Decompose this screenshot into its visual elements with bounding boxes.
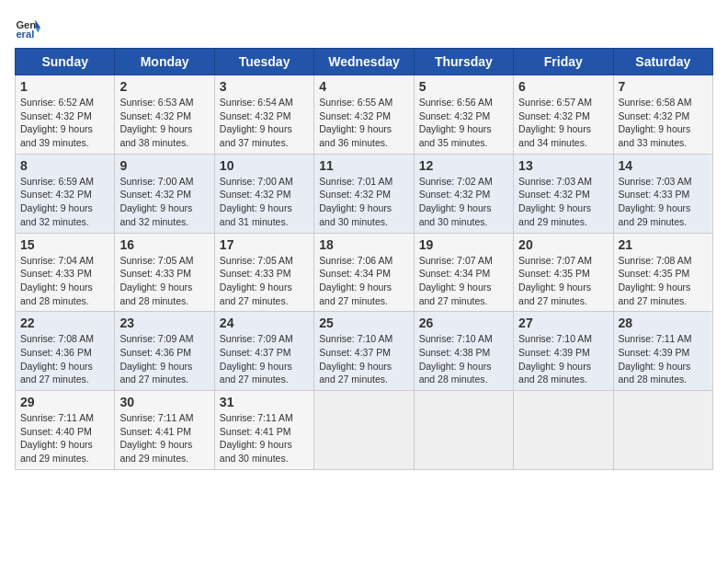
day-info: Sunrise: 7:11 AMSunset: 4:41 PMDaylight:… xyxy=(220,411,309,465)
day-number: 23 xyxy=(119,316,209,330)
calendar-cell: 13Sunrise: 7:03 AMSunset: 4:32 PMDayligh… xyxy=(514,154,613,233)
calendar-cell: 5Sunrise: 6:56 AMSunset: 4:32 PMDaylight… xyxy=(414,75,513,155)
day-info: Sunrise: 7:09 AMSunset: 4:37 PMDaylight:… xyxy=(220,332,309,386)
day-info: Sunrise: 6:56 AMSunset: 4:32 PMDaylight:… xyxy=(419,96,508,150)
calendar-cell: 6Sunrise: 6:57 AMSunset: 4:32 PMDaylight… xyxy=(514,75,613,155)
day-info: Sunrise: 7:02 AMSunset: 4:32 PMDaylight:… xyxy=(419,175,508,229)
day-number: 9 xyxy=(119,158,209,173)
day-info: Sunrise: 7:10 AMSunset: 4:37 PMDaylight:… xyxy=(319,332,408,386)
calendar-header-row: SundayMondayTuesdayWednesdayThursdayFrid… xyxy=(16,49,713,75)
calendar-cell: 21Sunrise: 7:08 AMSunset: 4:35 PMDayligh… xyxy=(613,233,712,312)
calendar-cell: 20Sunrise: 7:07 AMSunset: 4:35 PMDayligh… xyxy=(514,233,613,312)
calendar-cell: 3Sunrise: 6:54 AMSunset: 4:32 PMDaylight… xyxy=(214,75,313,155)
day-number: 5 xyxy=(419,79,508,94)
day-number: 19 xyxy=(419,237,508,252)
calendar-week-row: 29Sunrise: 7:11 AMSunset: 4:40 PMDayligh… xyxy=(16,391,713,470)
day-info: Sunrise: 7:07 AMSunset: 4:34 PMDaylight:… xyxy=(419,254,508,308)
day-info: Sunrise: 7:10 AMSunset: 4:39 PMDaylight:… xyxy=(518,332,608,386)
day-number: 31 xyxy=(220,395,309,409)
logo: Gen eral xyxy=(15,15,44,40)
calendar-week-row: 8Sunrise: 6:59 AMSunset: 4:32 PMDaylight… xyxy=(16,154,713,233)
day-number: 10 xyxy=(220,158,309,173)
day-info: Sunrise: 6:54 AMSunset: 4:32 PMDaylight:… xyxy=(220,96,309,150)
calendar-cell: 15Sunrise: 7:04 AMSunset: 4:33 PMDayligh… xyxy=(16,233,115,312)
calendar-cell xyxy=(613,391,712,470)
calendar-cell: 17Sunrise: 7:05 AMSunset: 4:33 PMDayligh… xyxy=(214,233,313,312)
calendar-cell: 28Sunrise: 7:11 AMSunset: 4:39 PMDayligh… xyxy=(613,312,712,391)
day-number: 15 xyxy=(20,237,109,252)
svg-marker-3 xyxy=(35,28,40,33)
day-info: Sunrise: 7:11 AMSunset: 4:40 PMDaylight:… xyxy=(20,411,109,465)
day-info: Sunrise: 6:57 AMSunset: 4:32 PMDaylight:… xyxy=(518,96,608,150)
calendar-cell xyxy=(514,391,613,470)
day-info: Sunrise: 6:53 AMSunset: 4:32 PMDaylight:… xyxy=(119,96,209,150)
day-number: 14 xyxy=(619,158,708,173)
header-wednesday: Wednesday xyxy=(314,49,414,75)
calendar-cell: 16Sunrise: 7:05 AMSunset: 4:33 PMDayligh… xyxy=(115,233,214,312)
day-info: Sunrise: 7:04 AMSunset: 4:33 PMDaylight:… xyxy=(20,254,109,308)
day-number: 21 xyxy=(619,237,708,252)
day-info: Sunrise: 7:08 AMSunset: 4:35 PMDaylight:… xyxy=(619,254,708,308)
svg-marker-2 xyxy=(35,20,40,28)
day-info: Sunrise: 6:58 AMSunset: 4:32 PMDaylight:… xyxy=(619,96,708,150)
calendar-cell: 11Sunrise: 7:01 AMSunset: 4:32 PMDayligh… xyxy=(314,154,414,233)
day-number: 26 xyxy=(419,316,508,330)
day-number: 27 xyxy=(518,316,608,330)
day-info: Sunrise: 7:10 AMSunset: 4:38 PMDaylight:… xyxy=(419,332,508,386)
calendar-cell: 10Sunrise: 7:00 AMSunset: 4:32 PMDayligh… xyxy=(214,154,313,233)
calendar-cell: 8Sunrise: 6:59 AMSunset: 4:32 PMDaylight… xyxy=(16,154,115,233)
calendar-cell: 2Sunrise: 6:53 AMSunset: 4:32 PMDaylight… xyxy=(115,75,214,155)
day-number: 13 xyxy=(518,158,608,173)
calendar-cell: 30Sunrise: 7:11 AMSunset: 4:41 PMDayligh… xyxy=(115,391,214,470)
day-number: 6 xyxy=(518,79,608,94)
calendar-cell: 26Sunrise: 7:10 AMSunset: 4:38 PMDayligh… xyxy=(414,312,513,391)
calendar-cell: 31Sunrise: 7:11 AMSunset: 4:41 PMDayligh… xyxy=(214,391,313,470)
calendar-cell: 27Sunrise: 7:10 AMSunset: 4:39 PMDayligh… xyxy=(514,312,613,391)
day-info: Sunrise: 7:09 AMSunset: 4:36 PMDaylight:… xyxy=(119,332,209,386)
day-info: Sunrise: 7:07 AMSunset: 4:35 PMDaylight:… xyxy=(518,254,608,308)
day-number: 1 xyxy=(20,79,109,94)
day-number: 8 xyxy=(20,158,109,173)
day-info: Sunrise: 7:03 AMSunset: 4:33 PMDaylight:… xyxy=(619,175,708,229)
day-number: 3 xyxy=(220,79,309,94)
day-number: 30 xyxy=(119,395,209,409)
day-info: Sunrise: 7:00 AMSunset: 4:32 PMDaylight:… xyxy=(220,175,309,229)
header-sunday: Sunday xyxy=(16,49,115,75)
calendar-week-row: 1Sunrise: 6:52 AMSunset: 4:32 PMDaylight… xyxy=(16,75,713,155)
calendar-cell: 12Sunrise: 7:02 AMSunset: 4:32 PMDayligh… xyxy=(414,154,513,233)
day-number: 2 xyxy=(119,79,209,94)
calendar-cell: 1Sunrise: 6:52 AMSunset: 4:32 PMDaylight… xyxy=(16,75,115,155)
calendar-cell: 24Sunrise: 7:09 AMSunset: 4:37 PMDayligh… xyxy=(214,312,313,391)
day-info: Sunrise: 6:59 AMSunset: 4:32 PMDaylight:… xyxy=(20,175,109,229)
day-number: 22 xyxy=(20,316,109,330)
day-number: 28 xyxy=(619,316,708,330)
calendar-cell: 4Sunrise: 6:55 AMSunset: 4:32 PMDaylight… xyxy=(314,75,414,155)
header-thursday: Thursday xyxy=(414,49,513,75)
day-info: Sunrise: 7:00 AMSunset: 4:32 PMDaylight:… xyxy=(119,175,209,229)
day-number: 4 xyxy=(319,79,408,94)
calendar-cell: 23Sunrise: 7:09 AMSunset: 4:36 PMDayligh… xyxy=(115,312,214,391)
day-number: 20 xyxy=(518,237,608,252)
header-friday: Friday xyxy=(514,49,613,75)
calendar-table: SundayMondayTuesdayWednesdayThursdayFrid… xyxy=(15,48,713,470)
logo-icon: Gen eral xyxy=(15,15,40,40)
calendar-cell: 14Sunrise: 7:03 AMSunset: 4:33 PMDayligh… xyxy=(613,154,712,233)
day-number: 16 xyxy=(119,237,209,252)
header-saturday: Saturday xyxy=(613,49,712,75)
calendar-week-row: 22Sunrise: 7:08 AMSunset: 4:36 PMDayligh… xyxy=(16,312,713,391)
calendar-cell: 9Sunrise: 7:00 AMSunset: 4:32 PMDaylight… xyxy=(115,154,214,233)
page-header: Gen eral xyxy=(15,15,713,40)
calendar-cell: 18Sunrise: 7:06 AMSunset: 4:34 PMDayligh… xyxy=(314,233,414,312)
day-number: 7 xyxy=(619,79,708,94)
svg-text:eral: eral xyxy=(16,29,34,40)
day-number: 25 xyxy=(319,316,408,330)
day-number: 12 xyxy=(419,158,508,173)
day-info: Sunrise: 6:52 AMSunset: 4:32 PMDaylight:… xyxy=(20,96,109,150)
calendar-cell xyxy=(414,391,513,470)
day-info: Sunrise: 7:11 AMSunset: 4:39 PMDaylight:… xyxy=(619,332,708,386)
day-number: 18 xyxy=(319,237,408,252)
day-info: Sunrise: 7:08 AMSunset: 4:36 PMDaylight:… xyxy=(20,332,109,386)
day-info: Sunrise: 7:05 AMSunset: 4:33 PMDaylight:… xyxy=(220,254,309,308)
calendar-cell: 25Sunrise: 7:10 AMSunset: 4:37 PMDayligh… xyxy=(314,312,414,391)
calendar-cell: 22Sunrise: 7:08 AMSunset: 4:36 PMDayligh… xyxy=(16,312,115,391)
